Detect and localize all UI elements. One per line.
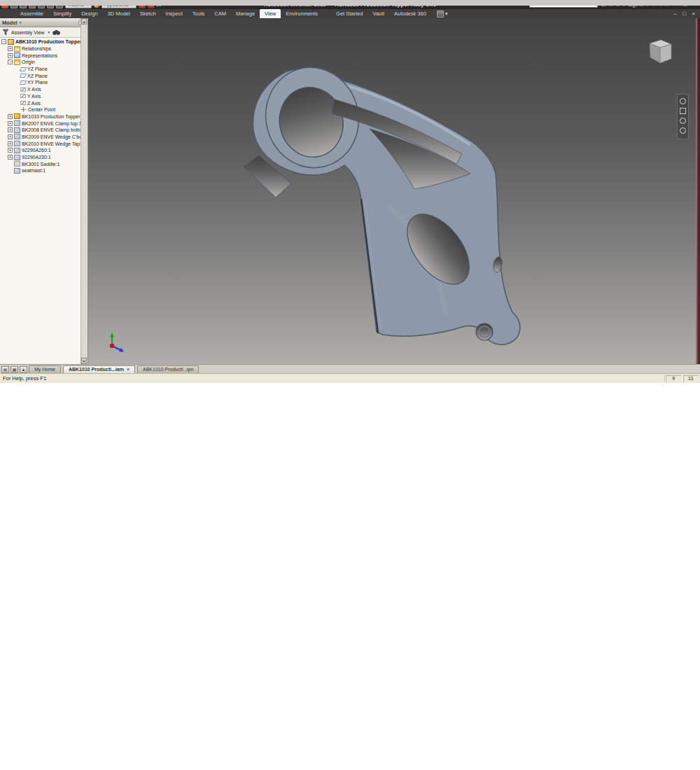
origin-triad (104, 332, 127, 356)
view-cube-container[interactable] (644, 38, 675, 69)
ribbon-tab-bar: AssembleSimplifyDesign3D ModelSketchInsp… (0, 9, 700, 18)
tree-item[interactable]: +BK1033 Production Topper One:1 (0, 113, 88, 120)
tree-item-label: seatmast:1 (22, 168, 46, 173)
tree-expander-icon[interactable]: + (8, 46, 13, 51)
tree-expander-icon (14, 101, 19, 106)
steering-wheel-icon[interactable] (680, 98, 686, 104)
folder-icon (14, 59, 20, 65)
repr-icon (14, 52, 20, 58)
pan-icon[interactable] (680, 108, 686, 114)
tree-item-label: BK2007 ENVE Clamp top:1 (22, 121, 82, 126)
tree-item-label: XZ Plane (27, 74, 48, 78)
tree-expander-icon[interactable]: + (8, 121, 13, 126)
plane-icon (20, 74, 27, 78)
tree-item[interactable]: +92290A260:1 (0, 147, 88, 154)
document-tab[interactable]: ABK1010 Producti...iam× (63, 365, 135, 373)
cad-model-sectioned[interactable] (88, 18, 700, 364)
tree-item[interactable]: X Axis (0, 86, 88, 93)
tree-expander-icon (8, 168, 13, 173)
viewport-3d[interactable] (88, 18, 700, 364)
tree-item[interactable]: +BK2009 ENVE Wedge C'bore:1 (0, 134, 88, 141)
ribbon-tab-tools[interactable]: Tools (188, 9, 210, 18)
tree-item[interactable]: −ABK1010 Production Topper Assy One (0, 38, 88, 46)
orbit-icon[interactable] (680, 127, 686, 134)
tree-item[interactable]: Y Axis (0, 93, 88, 100)
status-bar: For Help, press F1 9 11 (0, 373, 700, 383)
tree-item[interactable]: BK3001 Saddle:1 (0, 160, 88, 167)
part-icon (14, 168, 20, 174)
navigation-bar[interactable] (677, 94, 689, 139)
tree-item[interactable]: seatmast:1 (0, 167, 88, 174)
ribbon-tab-inspect[interactable]: Inspect (161, 9, 188, 18)
tab-tile-icon[interactable]: ▦ (10, 366, 18, 373)
assembly-view-selector[interactable]: Assembly View ▼ (11, 30, 50, 35)
tree-expander-icon (8, 162, 13, 167)
assembly-view-label: Assembly View (11, 30, 44, 35)
tree-expander-icon[interactable]: + (8, 114, 13, 119)
tree-expander-icon[interactable]: + (8, 53, 13, 58)
tree-expander-icon[interactable]: + (8, 127, 13, 132)
tree-expander-icon (14, 107, 19, 112)
tree-expander-icon[interactable]: + (8, 155, 13, 160)
ribbon-tab-3d-model[interactable]: 3D Model (103, 9, 135, 18)
tree-item-label: YZ Plane (27, 66, 48, 71)
ribbon-tab-environments[interactable]: Environments (281, 9, 323, 18)
ribbon-tab-simplify[interactable]: Simplify (48, 9, 76, 18)
filter-icon[interactable] (2, 29, 9, 36)
tree-item[interactable]: XY Plane (0, 79, 88, 86)
tree-expander-icon (14, 74, 19, 78)
part-icon (14, 148, 20, 153)
document-window-controls[interactable]: – □ × (674, 10, 697, 17)
tree-item[interactable]: +Representations (0, 52, 88, 59)
tree-item[interactable]: −Origin (0, 59, 88, 66)
ribbon-tab-assemble[interactable]: Assemble (15, 9, 48, 18)
browser-toolbar: Assembly View ▼ (0, 27, 88, 38)
axis-icon (20, 94, 26, 98)
ribbon-tab-sketch[interactable]: Sketch (135, 9, 161, 18)
document-tab[interactable]: ABK1010 Producti...ipn (137, 365, 199, 373)
tree-item[interactable]: XZ Plane (0, 72, 88, 79)
tree-item-label: 92290A230:1 (22, 155, 51, 160)
tree-item[interactable]: +BK2007 ENVE Clamp top:1 (0, 120, 88, 127)
tree-item[interactable]: +Relationships (0, 46, 88, 52)
ribbon-tab-get-started[interactable]: Get Started (331, 9, 368, 18)
tree-item-label: Relationships (22, 46, 51, 51)
partgold-icon (14, 113, 20, 119)
scroll-up-icon[interactable]: ▲ (81, 18, 87, 24)
browser-scrollbar[interactable]: ▲ ▼ (80, 18, 88, 364)
tree-item[interactable]: +92290A230:1 (0, 154, 88, 161)
tree-item[interactable]: +BK2010 ENVE Wedge Tap:1 (0, 140, 88, 147)
tree-item-label: BK2009 ENVE Wedge C'bore:1 (22, 134, 88, 139)
tab-expand-icon[interactable]: ▲ (20, 366, 27, 373)
ribbon-tab-design[interactable]: Design (76, 9, 102, 18)
part-icon (14, 155, 20, 160)
ribbon-tab-autodesk-360[interactable]: Autodesk 360 (389, 9, 431, 18)
tree-item[interactable]: Center Point (0, 106, 88, 113)
ribbon-options-chevron-icon[interactable]: ▾ (445, 10, 448, 17)
tree-expander-icon[interactable]: + (8, 141, 13, 146)
ribbon-tab-manage[interactable]: Manage (231, 9, 260, 18)
tree-expander-icon[interactable]: + (8, 134, 13, 139)
zoom-icon[interactable] (680, 118, 686, 124)
tab-list-icon[interactable]: ▤ (1, 366, 9, 373)
ribbon-appearance-icon[interactable] (437, 10, 444, 18)
tree-expander-icon[interactable]: + (8, 148, 13, 153)
ribbon-tab-vault[interactable]: Vault (368, 9, 389, 18)
tree-expander-icon (14, 87, 19, 92)
tree-item[interactable]: +BK2008 ENVE Clamp bottom:1 (0, 127, 88, 134)
tree-item[interactable]: Z Axis (0, 99, 88, 106)
model-tree: −ABK1010 Production Topper Assy One+Rela… (0, 38, 88, 364)
scroll-down-icon[interactable]: ▼ (81, 358, 87, 364)
document-tab[interactable]: My Home (29, 365, 61, 373)
tree-item-label: BK2010 ENVE Wedge Tap:1 (22, 141, 84, 146)
ribbon-tab-view[interactable]: View (260, 9, 281, 18)
tree-item[interactable]: YZ Plane (0, 66, 88, 73)
close-tab-icon[interactable]: × (127, 367, 130, 372)
ribbon-tab-cam[interactable]: CAM (209, 9, 231, 18)
chevron-down-icon: ▼ (19, 20, 22, 24)
tree-expander-icon[interactable]: − (8, 59, 13, 64)
tree-expander-icon[interactable]: − (1, 39, 6, 44)
find-icon[interactable] (52, 29, 60, 35)
browser-panel-header[interactable]: Model ▼ (0, 18, 88, 27)
view-cube[interactable] (644, 38, 675, 66)
